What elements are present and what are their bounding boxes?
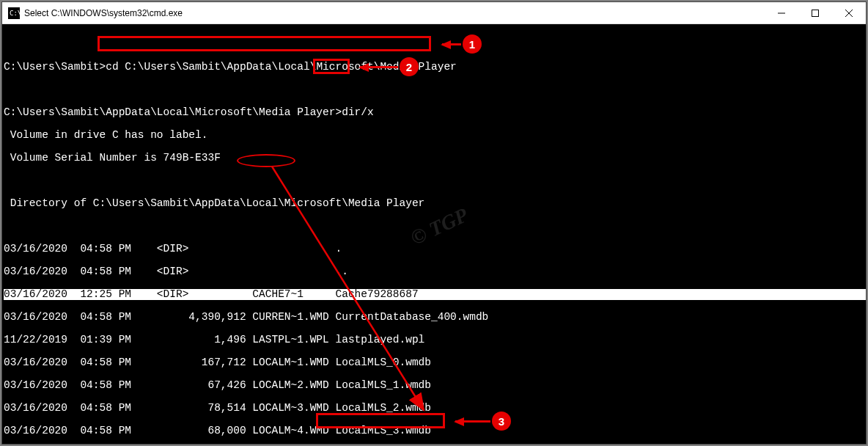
- listing-row: 03/16/2020 04:58 PM 167,712 LOCALM~1.WMD…: [4, 357, 866, 369]
- cmd-window: C:\ Select C:\WINDOWS\system32\cmd.exe C…: [1, 1, 867, 445]
- window-title: Select C:\WINDOWS\system32\cmd.exe: [24, 8, 183, 18]
- cmd-icon: C:\: [8, 7, 20, 19]
- minimize-button[interactable]: [765, 2, 798, 24]
- dir-header: Directory of C:\Users\Sambit\AppData\Loc…: [4, 198, 866, 210]
- volume-line-1: Volume in drive C has no label.: [4, 130, 866, 142]
- console-output[interactable]: C:\Users\Sambit>cd C:\Users\Sambit\AppDa…: [2, 24, 866, 444]
- annotation-badge-3: 3: [492, 412, 511, 431]
- listing-row: 03/16/2020 04:58 PM 67,426 LOCALM~2.WMD …: [4, 380, 866, 392]
- listing-row: 11/22/2019 01:39 PM 1,496 LASTPL~1.WPL l…: [4, 334, 866, 346]
- prompt-1-prefix: C:\Users\Sambit>: [4, 61, 106, 73]
- annotation-arrow-3: [455, 420, 490, 423]
- annotation-arrow-2: [360, 66, 398, 68]
- listing-row: 03/16/2020 04:58 PM <DIR> ..: [4, 266, 866, 278]
- svg-rect-3: [812, 10, 819, 16]
- svg-text:C:\: C:\: [10, 10, 20, 17]
- command-2: dir/x: [342, 106, 374, 118]
- annotation-badge-1: 1: [463, 34, 482, 54]
- prompt-2-prefix: C:\Users\Sambit\AppData\Local\Microsoft\…: [4, 106, 342, 118]
- annotation-badge-2: 2: [400, 57, 419, 76]
- close-button[interactable]: [832, 2, 866, 24]
- listing-row: 03/16/2020 04:58 PM 78,514 LOCALM~3.WMD …: [4, 403, 866, 414]
- maximize-button[interactable]: [798, 2, 832, 24]
- listing-row-highlighted: 03/16/2020 12:25 PM <DIR> CACHE7~1 Cache…: [4, 289, 866, 301]
- annotation-arrow-1: [442, 43, 461, 45]
- titlebar[interactable]: C:\ Select C:\WINDOWS\system32\cmd.exe: [2, 2, 866, 24]
- listing-row: 03/16/2020 04:58 PM 68,000 LOCALM~4.WMD …: [4, 425, 866, 437]
- listing-row: 03/16/2020 04:58 PM 4,390,912 CURREN~1.W…: [4, 312, 866, 323]
- listing-row: 03/16/2020 04:58 PM <DIR> .: [4, 244, 866, 255]
- volume-line-2: Volume Serial Number is 749B-E33F: [4, 153, 866, 164]
